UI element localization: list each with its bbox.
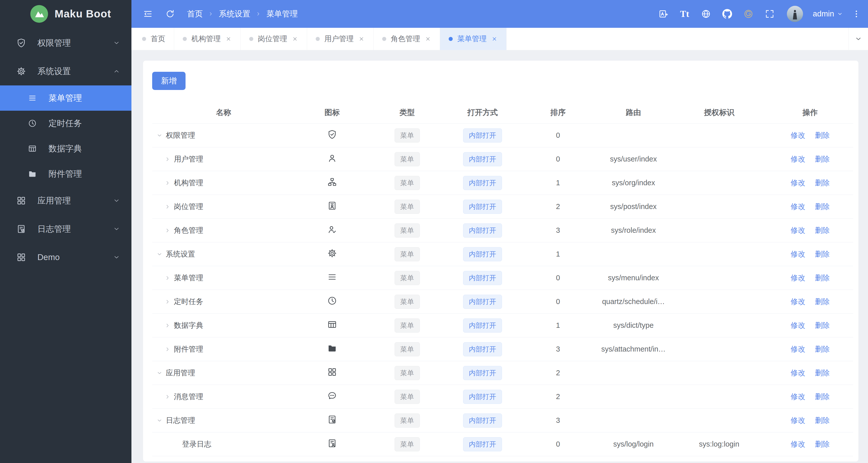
delete-link[interactable]: 删除 (815, 274, 830, 282)
chevron-right-icon[interactable] (164, 156, 171, 162)
auth-cell (671, 361, 767, 385)
collapse-sidebar-button[interactable] (141, 7, 155, 21)
type-cell: 菜单 (369, 195, 445, 219)
close-icon[interactable] (491, 36, 498, 42)
name-wrap: 菜单管理 (152, 273, 295, 283)
chevron-right-icon[interactable] (164, 394, 171, 400)
delete-link[interactable]: 删除 (815, 250, 830, 258)
open-cell: 内部打开 (445, 314, 520, 337)
delete-link[interactable]: 删除 (815, 393, 830, 401)
chevron-right-icon[interactable] (164, 227, 171, 234)
breadcrumb-item-菜单管理[interactable]: 菜单管理 (267, 9, 298, 19)
header-button-fullscreen[interactable] (762, 7, 777, 21)
edit-link[interactable]: 修改 (790, 250, 805, 258)
refresh-button[interactable] (163, 7, 178, 21)
chevron-down-icon[interactable] (156, 132, 163, 139)
chevron-right-icon[interactable] (164, 204, 171, 210)
chevron-down-icon[interactable] (156, 251, 163, 257)
edit-link[interactable]: 修改 (790, 416, 805, 424)
delete-link[interactable]: 删除 (815, 298, 830, 306)
edit-link[interactable]: 修改 (790, 203, 805, 211)
edit-link[interactable]: 修改 (790, 440, 805, 448)
menu-name: 用户管理 (174, 154, 203, 164)
delete-link[interactable]: 删除 (815, 226, 830, 234)
avatar[interactable] (786, 5, 803, 22)
delete-link[interactable]: 删除 (815, 179, 830, 187)
close-icon[interactable] (425, 36, 431, 42)
tab-岗位管理[interactable]: 岗位管理 (241, 28, 307, 50)
user-menu[interactable]: admin (813, 9, 843, 19)
header-actions: Ttadmin (656, 5, 862, 22)
edit-link[interactable]: 修改 (790, 131, 805, 139)
sort-value: 0 (556, 298, 560, 306)
tab-list-dropdown[interactable] (848, 28, 868, 50)
chevron-down-icon[interactable] (156, 417, 163, 424)
tab-菜单管理[interactable]: 菜单管理 (440, 28, 506, 50)
breadcrumb: 首页系统设置菜单管理 (187, 9, 298, 19)
tab-用户管理[interactable]: 用户管理 (307, 28, 374, 50)
edit-link[interactable]: 修改 (790, 345, 805, 353)
delete-link[interactable]: 删除 (815, 440, 830, 448)
breadcrumb-item-系统设置[interactable]: 系统设置 (219, 9, 250, 19)
edit-link[interactable]: 修改 (790, 179, 805, 187)
edit-link[interactable]: 修改 (790, 369, 805, 377)
delete-link[interactable]: 删除 (815, 369, 830, 377)
open-cell: 内部打开 (445, 409, 520, 432)
sidebar-item-应用管理[interactable]: 应用管理 (0, 187, 131, 215)
chevron-right-icon[interactable] (164, 180, 171, 186)
delete-link[interactable]: 删除 (815, 155, 830, 163)
sidebar-item-日志管理[interactable]: 日志管理 (0, 215, 131, 243)
type-tag: 菜单 (395, 318, 420, 333)
edit-link[interactable]: 修改 (790, 155, 805, 163)
tab-机构管理[interactable]: 机构管理 (174, 28, 241, 50)
chevron-right-icon[interactable] (164, 346, 171, 352)
delete-link[interactable]: 删除 (815, 416, 830, 424)
sidebar-item-权限管理[interactable]: 权限管理 (0, 29, 131, 57)
close-icon[interactable] (292, 36, 298, 42)
open-mode-tag: 内部打开 (463, 247, 502, 261)
tab-首页[interactable]: 首页 (133, 28, 174, 50)
delete-link[interactable]: 删除 (815, 321, 830, 329)
header-button-font-size[interactable]: Tt (677, 7, 692, 21)
chevron-down-icon[interactable] (156, 370, 163, 376)
sidebar-subitem-菜单管理[interactable]: 菜单管理 (0, 86, 131, 111)
edit-link[interactable]: 修改 (790, 321, 805, 329)
header-button-globe[interactable] (698, 7, 714, 21)
sidebar-item-Demo[interactable]: Demo (0, 243, 131, 272)
tab-label: 岗位管理 (258, 34, 287, 44)
chevron-right-icon[interactable] (164, 322, 171, 329)
delete-link[interactable]: 删除 (815, 203, 830, 211)
chevron-right-icon[interactable] (164, 299, 171, 305)
edit-link[interactable]: 修改 (790, 298, 805, 306)
ops-cell: 修改删除 (767, 432, 853, 456)
tab-角色管理[interactable]: 角色管理 (374, 28, 440, 50)
header-button-github[interactable] (719, 7, 735, 21)
type-tag: 菜单 (395, 176, 420, 190)
menu-name: 数据字典 (174, 320, 203, 331)
sidebar-subitem-定时任务[interactable]: 定时任务 (0, 111, 131, 136)
edit-link[interactable]: 修改 (790, 226, 805, 234)
type-tag: 菜单 (395, 271, 420, 285)
chevron-right-icon[interactable] (164, 275, 171, 281)
edit-link[interactable]: 修改 (790, 393, 805, 401)
add-button[interactable]: 新增 (152, 72, 186, 90)
edit-link[interactable]: 修改 (790, 274, 805, 282)
tab-label: 首页 (151, 34, 165, 44)
breadcrumb-item-首页[interactable]: 首页 (187, 9, 203, 19)
ops-cell: 修改删除 (767, 385, 853, 409)
delete-link[interactable]: 删除 (815, 345, 830, 353)
sidebar-subitem-数据字典[interactable]: 数据字典 (0, 136, 131, 161)
route-value: quartz/schedule/i… (602, 298, 665, 306)
menu-table: 名称图标类型打开方式排序路由授权标识操作 权限管理菜单内部打开0修改删除用户管理… (152, 102, 853, 456)
header-button-gitee[interactable] (741, 7, 756, 21)
sidebar-item-label: 系统设置 (37, 66, 71, 77)
tab-dot (316, 37, 320, 41)
route-value: sys/attachment/in… (601, 345, 666, 353)
sidebar-item-系统设置[interactable]: 系统设置 (0, 57, 131, 86)
header-button-translate[interactable] (656, 7, 671, 21)
delete-link[interactable]: 删除 (815, 131, 830, 139)
more-menu-button[interactable] (851, 7, 862, 21)
close-icon[interactable] (358, 36, 365, 42)
close-icon[interactable] (225, 36, 232, 42)
sidebar-subitem-附件管理[interactable]: 附件管理 (0, 161, 131, 187)
